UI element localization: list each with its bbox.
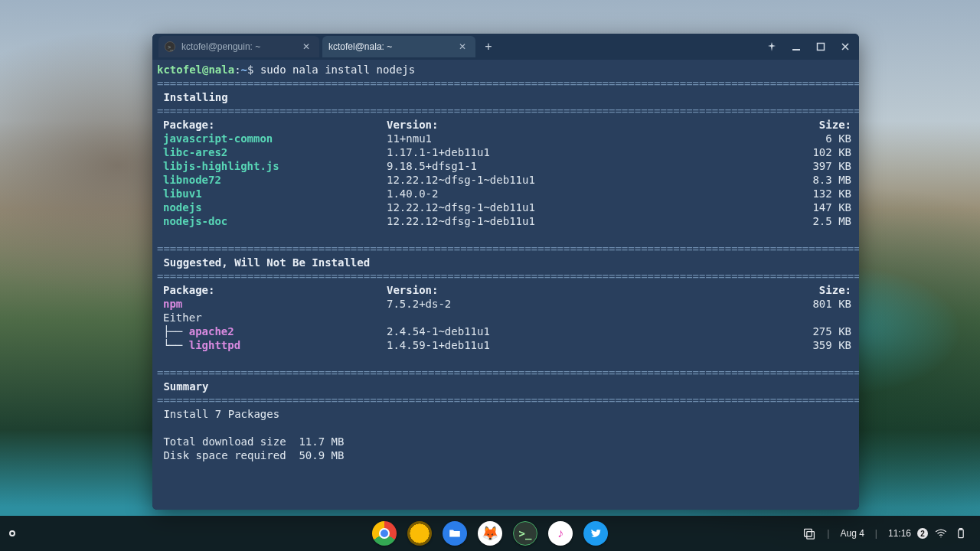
tab-close-button[interactable]: ✕	[299, 40, 313, 54]
svg-rect-4	[959, 530, 963, 537]
svg-rect-0	[792, 49, 800, 51]
close-icon	[841, 42, 850, 51]
battery-icon	[954, 527, 968, 540]
twitter-icon	[590, 527, 602, 540]
minimize-icon	[792, 42, 801, 51]
app-firefox[interactable]: 🦊	[478, 521, 502, 546]
tab-nala[interactable]: kctofel@nala: ~ ✕	[322, 36, 475, 57]
terminal-window: kctofel@penguin: ~ ✕ kctofel@nala: ~ ✕ +…	[152, 34, 859, 510]
app-files[interactable]	[443, 521, 467, 546]
svg-rect-3	[807, 532, 815, 540]
minimize-button[interactable]	[786, 37, 807, 57]
app-terminal[interactable]: >_	[513, 521, 537, 546]
shelf-status-area[interactable]: | Aug 4 | 11:16 2	[802, 527, 980, 540]
svg-rect-5	[959, 529, 962, 530]
status-date: Aug 4	[840, 528, 864, 539]
folder-icon	[448, 527, 462, 540]
notification-count[interactable]: 2	[917, 528, 928, 539]
shelf: 🦊 >_ ♪ | Aug 4 | 11:16 2	[0, 516, 980, 551]
tab-label: kctofel@nala: ~	[328, 41, 392, 52]
window-titlebar: kctofel@penguin: ~ ✕ kctofel@nala: ~ ✕ +	[152, 34, 859, 60]
maximize-icon	[816, 42, 825, 51]
tab-label: kctofel@penguin: ~	[181, 41, 260, 52]
svg-rect-2	[805, 529, 812, 536]
app-canary[interactable]	[407, 521, 432, 546]
close-button[interactable]	[835, 37, 856, 57]
svg-rect-1	[818, 44, 825, 51]
tab-penguin[interactable]: kctofel@penguin: ~ ✕	[158, 36, 319, 57]
new-tab-button[interactable]: +	[479, 37, 498, 57]
maximize-button[interactable]	[810, 37, 831, 57]
app-twitter[interactable]	[583, 521, 608, 546]
overview-icon[interactable]	[802, 527, 816, 540]
pin-button[interactable]	[761, 37, 782, 57]
shelf-pinned-apps: 🦊 >_ ♪	[372, 521, 608, 546]
pin-icon	[767, 42, 776, 51]
terminal-icon	[165, 41, 175, 52]
app-music[interactable]: ♪	[548, 521, 573, 546]
status-time: 11:16	[888, 528, 911, 539]
launcher-button[interactable]	[9, 530, 15, 536]
app-chrome[interactable]	[372, 521, 397, 546]
terminal-output[interactable]: kctofel@nala:~$ sudo nala install nodejs…	[152, 60, 859, 510]
wifi-icon	[934, 527, 948, 540]
tab-close-button[interactable]: ✕	[456, 40, 469, 54]
